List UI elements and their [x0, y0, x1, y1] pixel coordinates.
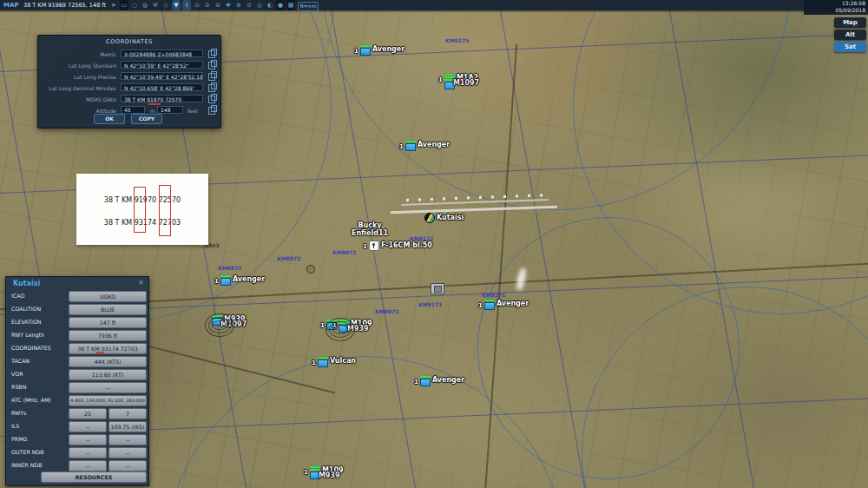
unit-label: Avenger: [372, 47, 404, 52]
airport-row-value[interactable]: BLUE: [69, 304, 147, 315]
airport-row-value[interactable]: 109.75 (IKS): [108, 421, 147, 432]
copy-icon[interactable]: [208, 73, 215, 81]
static-building-icon[interactable]: [431, 283, 444, 294]
airport-row-value[interactable]: 147 ft: [69, 317, 147, 328]
unit-marker[interactable]: 1Avenger: [414, 376, 464, 386]
copy-icon[interactable]: [208, 96, 215, 103]
coord-value-field[interactable]: N 42°10.658' E 42°28.869': [121, 83, 203, 91]
coord-value-field[interactable]: 38 T KM 91970 72570: [121, 95, 203, 102]
view-button-sat[interactable]: Sat: [834, 42, 866, 52]
altitude-row: Altitude m feet: [38, 106, 220, 116]
view-button-map[interactable]: Map: [834, 17, 866, 28]
airport-row-value[interactable]: UGKO: [69, 291, 147, 302]
unit-marker[interactable]: 1Vulcan: [312, 357, 356, 367]
weather-layer-icon[interactable]: ◍: [141, 0, 149, 10]
sphere-view-icon[interactable]: ●: [276, 0, 285, 10]
health-bar: [444, 74, 455, 76]
unit-count: 1: [320, 322, 325, 329]
airport-row-value[interactable]: --: [69, 447, 107, 458]
unit-marker[interactable]: 1M109M939: [304, 466, 344, 479]
airport-row-label: RWY Length: [11, 332, 44, 338]
aircraft-label: F-16CM bl.50: [381, 241, 432, 250]
copy-icon[interactable]: [208, 107, 215, 115]
unit-count: 1: [214, 278, 219, 285]
unit-icon: [484, 300, 495, 310]
layer-airports-icon[interactable]: ⊙: [193, 0, 201, 10]
aircraft-marker[interactable]: 1 F-16CM bl.50: [363, 241, 432, 251]
airport-row-label: ILS: [11, 423, 19, 429]
highlight-rect: [159, 185, 171, 236]
airport-row-value[interactable]: --: [69, 382, 147, 393]
airport-row-value[interactable]: --: [108, 447, 147, 458]
measure-tool-icon[interactable]: Ψ: [151, 0, 160, 10]
layer-beacons-icon[interactable]: ⊘: [203, 0, 212, 10]
unit-labels: Vulcan: [330, 359, 356, 364]
health-bar: [220, 275, 231, 277]
altitude-feet-input[interactable]: [157, 106, 183, 114]
unit-toggle-button[interactable]: ft=>m: [298, 2, 319, 11]
unit-labels: Avenger: [432, 378, 464, 383]
airfield-roundel-icon: [424, 213, 435, 223]
copy-button[interactable]: COPY: [131, 114, 162, 124]
copy-icon[interactable]: [208, 62, 215, 69]
grid-layer-icon[interactable]: ▦: [286, 0, 295, 10]
ground-unit-icon: [220, 278, 231, 286]
airport-row-value[interactable]: --: [108, 434, 147, 445]
airport-row-value[interactable]: 7936 ft: [69, 330, 147, 341]
airport-row-value[interactable]: --: [108, 460, 147, 472]
globe-icon[interactable]: ◐: [266, 0, 274, 10]
airport-row-label: ATC (MHz, AM): [11, 397, 51, 403]
unit-marker[interactable]: 1Avenger: [478, 300, 529, 310]
copy-icon[interactable]: [208, 84, 215, 92]
airport-row-value[interactable]: 7: [108, 408, 147, 419]
coord-row: MGRS GRID 38 T KM 91970 72570: [38, 95, 220, 105]
unit-label: M1097: [453, 81, 479, 86]
unit-labels: Avenger: [418, 142, 450, 148]
layer-objects-icon[interactable]: ⊚: [214, 0, 222, 10]
close-icon[interactable]: ×: [138, 279, 144, 287]
copy-icon[interactable]: [208, 50, 215, 58]
airport-row-value[interactable]: 44X (KTS): [69, 356, 147, 367]
airport-row-value[interactable]: 38 T KM 93174 72703: [69, 343, 147, 354]
resources-button[interactable]: RESOURCES: [41, 472, 147, 483]
coordinate-note: 38 T KM 91970 72570 38 T KM 93174 72703: [76, 174, 208, 245]
altitude-meters-input[interactable]: [121, 106, 145, 114]
coord-value-field[interactable]: N 42°10'39" E 42°28'52": [121, 61, 203, 69]
airport-row-value[interactable]: --: [69, 434, 107, 445]
airport-row-value[interactable]: 113.60 (KT): [69, 369, 147, 380]
zoom-in-icon[interactable]: ⊕: [234, 0, 243, 10]
select-cursor-icon[interactable]: ➤: [109, 0, 118, 10]
signal-coverage-icon[interactable]: ▼: [172, 0, 181, 10]
airport-row-label: TACAN: [11, 358, 30, 364]
waypoint-tool-icon[interactable]: ◇: [161, 0, 170, 10]
airport-row-value[interactable]: 25: [69, 408, 107, 419]
text-cursor-icon[interactable]: I: [182, 0, 191, 10]
circle-tool-icon[interactable]: ○: [130, 0, 139, 10]
coord-value-field[interactable]: X-00284886 Z+00683848: [121, 49, 203, 57]
airfield-marker[interactable]: Kutaisi: [424, 213, 464, 223]
unit-marker[interactable]: 1Avenger: [354, 45, 404, 56]
unit-icon: [318, 357, 328, 367]
ground-unit-icon: [484, 302, 495, 310]
airport-row-value[interactable]: --: [69, 460, 107, 472]
coord-value-field[interactable]: N 42°10'39.49" E 42°28'52.18": [121, 72, 203, 80]
center-map-icon[interactable]: ✚: [224, 0, 233, 10]
zoom-select-icon[interactable]: ◎: [255, 0, 264, 10]
airport-row-value[interactable]: --: [69, 421, 107, 432]
pan-tool-icon[interactable]: ▭: [120, 0, 128, 10]
artillery-range-rings: [326, 318, 355, 341]
unit-marker[interactable]: 1Avenger: [399, 141, 450, 151]
zoom-out-icon[interactable]: ⊖: [245, 0, 253, 10]
mgrs-underline: [148, 103, 161, 105]
mgrs-grid-label: KM8972: [277, 255, 300, 261]
airport-row-value[interactable]: 4.400, 134.000, 41.000, 263.000: [69, 395, 147, 406]
view-button-alt[interactable]: Alt: [834, 30, 866, 40]
unit-marker[interactable]: 1M1A2M1097: [438, 74, 479, 89]
unit-marker[interactable]: M939M1097: [212, 315, 247, 327]
airport-row-label: INNER NDB: [11, 462, 43, 468]
small-unit-icon[interactable]: [306, 265, 315, 274]
ok-button[interactable]: OK: [94, 114, 125, 124]
range-ring: [477, 217, 740, 479]
unit-marker[interactable]: 1M109M939: [332, 320, 372, 333]
unit-marker[interactable]: 1Avenger: [214, 275, 265, 286]
